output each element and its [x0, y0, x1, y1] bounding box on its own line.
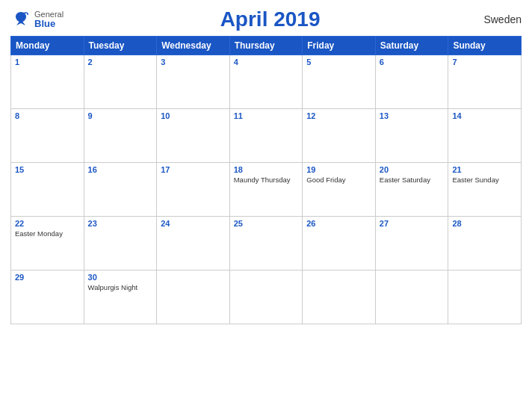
day-cell-10: 10 [157, 109, 230, 163]
day-cell-27: 27 [375, 217, 448, 271]
day-number: 22 [15, 219, 80, 228]
day-number: 19 [306, 165, 371, 174]
day-cell-empty [375, 271, 448, 324]
day-cell-23: 23 [84, 217, 157, 271]
day-cell-17: 17 [157, 163, 230, 217]
day-number: 5 [306, 58, 371, 67]
day-cell-18: 18Maundy Thursday [229, 163, 303, 217]
day-event-label: Easter Sunday [452, 176, 517, 185]
logo-bird-icon [10, 9, 31, 30]
day-cell-22: 22Easter Monday [11, 217, 84, 271]
day-cell-12: 12 [303, 109, 376, 163]
day-event-label: Maundy Thursday [234, 176, 299, 185]
day-cell-2: 2 [84, 55, 157, 109]
header-friday: Friday [303, 37, 376, 55]
day-number: 27 [380, 219, 445, 228]
day-number: 18 [234, 165, 299, 174]
day-cell-5: 5 [303, 55, 376, 109]
day-number: 29 [15, 273, 80, 282]
header-sunday: Sunday [448, 37, 522, 55]
day-number: 3 [161, 58, 226, 67]
day-cell-19: 19Good Friday [303, 163, 376, 217]
day-event-label: Easter Saturday [380, 176, 445, 185]
day-number: 25 [234, 219, 299, 228]
day-cell-11: 11 [229, 109, 303, 163]
day-number: 10 [161, 111, 226, 120]
day-event-label: Easter Monday [15, 229, 80, 238]
day-number: 24 [161, 219, 226, 228]
week-row-4: 22Easter Monday232425262728 [11, 217, 522, 271]
day-number: 21 [452, 165, 517, 174]
day-cell-3: 3 [157, 55, 230, 109]
week-row-2: 891011121314 [11, 109, 522, 163]
day-number: 12 [306, 111, 371, 120]
logo-text: General Blue [34, 10, 64, 28]
calendar-table: Monday Tuesday Wednesday Thursday Friday… [10, 36, 522, 324]
day-number: 13 [380, 111, 445, 120]
day-cell-empty [303, 271, 376, 324]
day-number: 14 [452, 111, 517, 120]
day-number: 23 [88, 219, 153, 228]
day-cell-13: 13 [375, 109, 448, 163]
day-event-label: Good Friday [306, 176, 371, 185]
header: General Blue April 2019 Sweden [10, 7, 522, 31]
day-cell-8: 8 [11, 109, 84, 163]
day-cell-24: 24 [157, 217, 230, 271]
day-number: 1 [15, 58, 80, 67]
day-cell-29: 29 [11, 271, 84, 324]
logo: General Blue [10, 9, 64, 30]
day-number: 20 [380, 165, 445, 174]
day-cell-20: 20Easter Saturday [375, 163, 448, 217]
day-cell-empty [229, 271, 303, 324]
weekday-header-row: Monday Tuesday Wednesday Thursday Friday… [11, 37, 522, 55]
day-cell-28: 28 [448, 217, 522, 271]
day-event-label: Walpurgis Night [88, 283, 153, 292]
day-cell-15: 15 [11, 163, 84, 217]
week-row-3: 15161718Maundy Thursday19Good Friday20Ea… [11, 163, 522, 217]
day-cell-1: 1 [11, 55, 84, 109]
week-row-1: 1234567 [11, 55, 522, 109]
logo-blue-text: Blue [34, 19, 64, 28]
header-thursday: Thursday [229, 37, 303, 55]
day-number: 7 [452, 58, 517, 67]
day-cell-25: 25 [229, 217, 303, 271]
day-number: 2 [88, 58, 153, 67]
header-monday: Monday [11, 37, 84, 55]
day-cell-6: 6 [375, 55, 448, 109]
day-cell-26: 26 [303, 217, 376, 271]
day-cell-9: 9 [84, 109, 157, 163]
day-cell-14: 14 [448, 109, 522, 163]
day-number: 16 [88, 165, 153, 174]
day-number: 28 [452, 219, 517, 228]
day-cell-7: 7 [448, 55, 522, 109]
day-cell-30: 30Walpurgis Night [84, 271, 157, 324]
day-number: 6 [380, 58, 445, 67]
header-saturday: Saturday [375, 37, 448, 55]
day-number: 4 [234, 58, 299, 67]
day-number: 9 [88, 111, 153, 120]
day-cell-21: 21Easter Sunday [448, 163, 522, 217]
day-number: 17 [161, 165, 226, 174]
day-number: 26 [306, 219, 371, 228]
day-cell-4: 4 [229, 55, 303, 109]
day-cell-16: 16 [84, 163, 157, 217]
header-wednesday: Wednesday [157, 37, 230, 55]
day-number: 8 [15, 111, 80, 120]
day-number: 11 [234, 111, 299, 120]
calendar-title: April 2019 [64, 7, 477, 31]
day-cell-empty [448, 271, 522, 324]
day-number: 30 [88, 273, 153, 282]
country-label: Sweden [477, 13, 522, 25]
day-number: 15 [15, 165, 80, 174]
calendar-page: General Blue April 2019 Sweden Monday Tu… [0, 0, 532, 411]
header-tuesday: Tuesday [84, 37, 157, 55]
week-row-5: 2930Walpurgis Night [11, 271, 522, 324]
day-cell-empty [157, 271, 230, 324]
